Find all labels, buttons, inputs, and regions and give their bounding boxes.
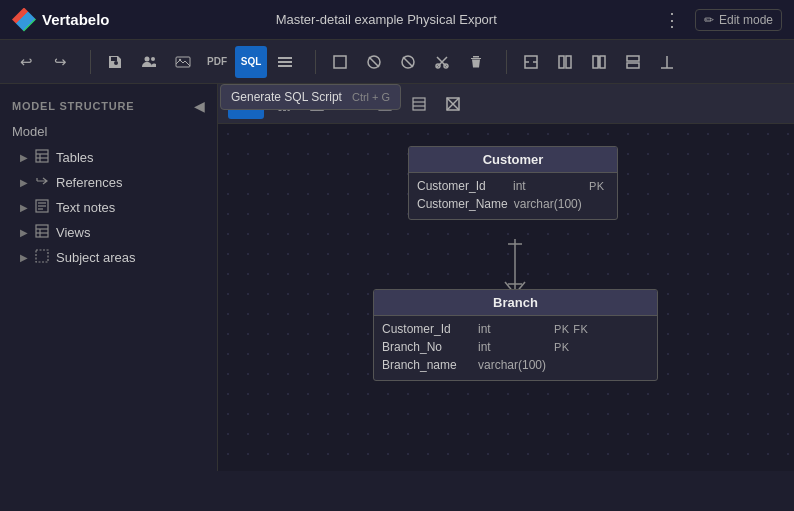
col-type-branch-name: varchar(100) [478,358,548,372]
arrow-icon-references: ▶ [20,177,28,188]
sidebar-title: MODEL STRUCTURE [12,100,134,112]
sidebar-item-views[interactable]: ▶ Views [0,220,217,245]
sidebar-collapse-button[interactable]: ◀ [194,98,205,114]
table-row: Branch_name varchar(100) [382,356,649,374]
branch-table-body: Customer_Id int PK FK Branch_No int PK B… [374,316,657,380]
col-key-branch-no: PK [554,341,570,353]
align-group [515,46,683,78]
branch-table-header: Branch [374,290,657,316]
align-btn-2[interactable] [549,46,581,78]
col-type-branch-no: int [478,340,548,354]
svg-rect-15 [471,58,481,59]
svg-rect-45 [413,98,425,110]
align-btn-5[interactable] [651,46,683,78]
svg-rect-4 [278,57,292,59]
sidebar-item-text-notes[interactable]: ▶ Text notes [0,195,217,220]
align-btn-3[interactable] [583,46,615,78]
svg-rect-7 [334,56,346,68]
image-button[interactable] [167,46,199,78]
sql-button[interactable]: SQL [235,46,267,78]
svg-rect-5 [278,61,292,63]
svg-rect-38 [36,250,48,262]
table-btn-2[interactable] [404,89,434,119]
svg-line-11 [403,57,413,67]
navbar-right: ⋮ ✏ Edit mode [663,9,782,31]
col-type-customer-name: varchar(100) [514,197,584,211]
col-type-customer-id: int [513,179,583,193]
info-button[interactable] [269,46,301,78]
svg-point-0 [145,56,150,61]
arrow-icon-text-notes: ▶ [20,202,28,213]
logo-icon [12,8,36,32]
sidebar-header: MODEL STRUCTURE ◀ [0,94,217,122]
customer-table[interactable]: Customer Customer_Id int PK Customer_Nam… [408,146,618,220]
cut-button[interactable] [426,46,458,78]
shape-btn-3[interactable] [392,46,424,78]
arrow-icon-subject-areas: ▶ [20,252,28,263]
col-type-branch-customerid: int [478,322,548,336]
col-key-customer-id: PK [589,180,605,192]
table-row: Branch_No int PK [382,338,649,356]
navbar: Vertabelo Master-detail example Physical… [0,0,794,40]
align-btn-1[interactable] [515,46,547,78]
shape-btn-2[interactable] [358,46,390,78]
col-name-branch-name: Branch_name [382,358,472,372]
table-row: Customer_Name varchar(100) [417,195,609,213]
references-label: References [56,175,122,190]
svg-line-9 [369,57,379,67]
subject-areas-label: Subject areas [56,250,136,265]
table-row: Customer_Id int PK FK [382,320,649,338]
edit-mode-button[interactable]: ✏ Edit mode [695,9,782,31]
table-row: Customer_Id int PK [417,177,609,195]
file-group: PDF SQL [99,46,301,78]
views-label: Views [56,225,90,240]
sidebar-item-tables[interactable]: ▶ Tables [0,145,217,170]
navbar-logo: Vertabelo [12,8,110,32]
more-icon[interactable]: ⋮ [663,9,681,31]
relationship-line [218,84,794,471]
users-button[interactable] [133,46,165,78]
separator-1 [90,50,91,74]
main-area: MODEL STRUCTURE ◀ Model ▶ Tables ▶ Refer… [0,84,794,471]
pencil-icon: ✏ [704,13,714,27]
undo-button[interactable]: ↩ [10,46,42,78]
save-button[interactable] [99,46,131,78]
toolbar: ↩ ↪ PDF SQL [0,40,794,84]
tables-label: Tables [56,150,94,165]
sidebar-item-references[interactable]: ▶ References [0,170,217,195]
redo-button[interactable]: ↪ [44,46,76,78]
align-btn-4[interactable] [617,46,649,78]
navbar-left: Vertabelo [12,8,110,32]
svg-rect-34 [36,225,48,237]
customer-table-body: Customer_Id int PK Customer_Name varchar… [409,173,617,219]
svg-rect-6 [278,65,292,67]
separator-2 [315,50,316,74]
logo-text: Vertabelo [42,11,110,28]
svg-point-1 [151,57,155,61]
customer-table-header: Customer [409,147,617,173]
shape-group [324,46,492,78]
text-notes-label: Text notes [56,200,115,215]
sql-tooltip: Generate SQL Script Ctrl + G [220,84,401,110]
svg-rect-21 [593,56,598,68]
arrow-icon-tables: ▶ [20,152,28,163]
sidebar-item-subject-areas[interactable]: ▶ Subject areas [0,245,217,270]
navbar-title: Master-detail example Physical Export [276,12,497,27]
svg-rect-20 [566,56,571,68]
customer-table-name: Customer [483,152,544,167]
branch-table[interactable]: Branch Customer_Id int PK FK Branch_No i… [373,289,658,381]
canvas[interactable]: VR [218,84,794,471]
svg-rect-19 [559,56,564,68]
tooltip-text: Generate SQL Script [231,90,342,104]
col-name-customer-id: Customer_Id [417,179,507,193]
svg-rect-26 [36,150,48,162]
cross-btn[interactable] [438,89,468,119]
shape-btn-1[interactable] [324,46,356,78]
svg-rect-25 [627,63,639,68]
separator-3 [506,50,507,74]
svg-rect-22 [600,56,605,68]
pdf-button[interactable]: PDF [201,46,233,78]
delete-button[interactable] [460,46,492,78]
col-name-branch-no: Branch_No [382,340,472,354]
subject-area-icon [34,249,50,266]
